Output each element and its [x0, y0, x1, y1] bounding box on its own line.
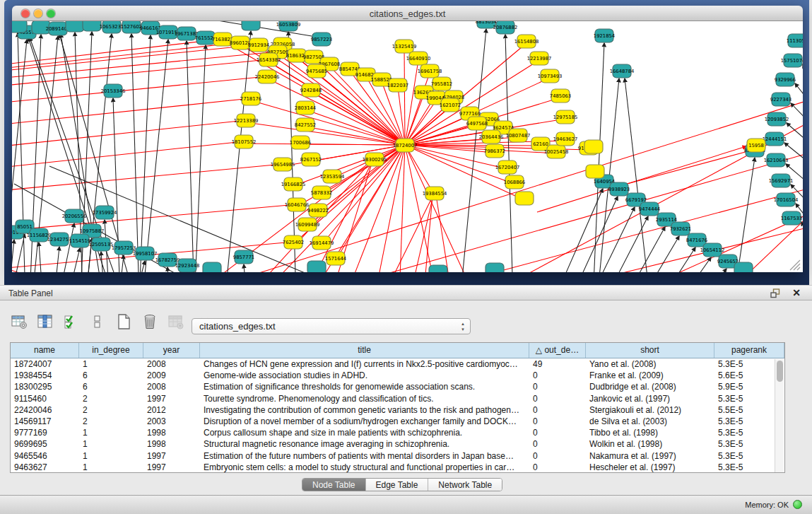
table-settings-icon[interactable]	[10, 313, 28, 331]
graph-node[interactable]: 20153346	[101, 84, 126, 98]
table-column-select-icon[interactable]	[36, 313, 54, 331]
column-header-1[interactable]: in_degree	[79, 343, 143, 358]
select-all-rows-icon[interactable]	[62, 313, 81, 331]
graph-node[interactable]: 10025458	[544, 145, 569, 158]
graph-node[interactable]: 17359924	[93, 206, 117, 219]
graph-node[interactable]: 12093852	[765, 112, 789, 126]
graph-node[interactable]: 12923448	[175, 259, 200, 272]
graph-node[interactable]: 19958107	[133, 247, 158, 260]
float-panel-icon[interactable]	[770, 288, 781, 298]
column-header-2[interactable]: year	[143, 343, 200, 358]
graph-node[interactable]: 8427552	[295, 118, 316, 132]
graph-node[interactable]: 7986372	[484, 144, 505, 158]
graph-node[interactable]: 12444151	[763, 132, 787, 146]
graph-node[interactable]	[83, 21, 101, 31]
graph-node[interactable]: 1621072	[440, 98, 461, 112]
tab-network-table[interactable]: Network Table	[428, 479, 502, 491]
column-header-3[interactable]: title	[200, 343, 529, 358]
graph-node[interactable]: 12505135	[89, 238, 114, 251]
graph-node[interactable]: 2803144	[295, 101, 316, 115]
graph-node[interactable]: 8912934	[248, 38, 269, 52]
graph-node[interactable]: 10973493	[538, 69, 563, 83]
table-row[interactable]: 977716911998Corpus callosum shape and si…	[11, 427, 784, 438]
graph-node[interactable]: 16914479	[310, 236, 334, 250]
graph-node[interactable]: 16046766	[285, 198, 310, 211]
graph-node[interactable]: 1154519	[69, 234, 90, 247]
graph-node[interactable]: 20364436	[479, 130, 504, 144]
close-panel-icon[interactable]: ✕	[792, 287, 801, 298]
column-header-4[interactable]: △ out_de…	[529, 343, 586, 358]
graph-node[interactable]: 16099489	[295, 218, 320, 231]
graph-node[interactable]: 9498222	[307, 204, 329, 217]
graph-node[interactable]: 7625402	[283, 235, 304, 249]
network-canvas[interactable]: 1405572208914061065323715276029466161107…	[12, 21, 803, 272]
graph-node[interactable]: 1113054	[787, 34, 803, 47]
graph-node[interactable]	[586, 165, 604, 178]
graph-node[interactable]: 9329966	[775, 73, 796, 86]
graph-node[interactable]: 6497568	[466, 117, 488, 130]
graph-node[interactable]: 15692971	[769, 174, 794, 187]
graph-node[interactable]: 18107552	[232, 135, 257, 148]
table-row[interactable]: 2242004622012Investigating the contribut…	[11, 404, 784, 416]
graph-node[interactable]: 16961758	[418, 64, 442, 78]
graph-node[interactable]: 22420046	[255, 70, 280, 83]
graph-node[interactable]: 2718176	[240, 92, 261, 105]
graph-node[interactable]	[12, 21, 27, 33]
graph-node[interactable]: 16543382	[257, 53, 281, 66]
graph-node[interactable]: 7955812	[431, 77, 452, 90]
graph-node[interactable]: 12342757	[47, 233, 72, 246]
graph-node[interactable]: 16640910	[406, 52, 431, 65]
graph-node[interactable]	[734, 262, 753, 272]
delete-trash-icon[interactable]	[141, 313, 159, 331]
table-row[interactable]: 911546021997Tourette syndrome. Phenomeno…	[11, 393, 784, 404]
table-row[interactable]: 1938455462009Genome-wide association stu…	[11, 370, 784, 381]
column-header-5[interactable]: short	[586, 343, 714, 358]
graph-node[interactable]: 16053809	[276, 21, 301, 31]
table-row[interactable]: 946554611997Estimation of the future num…	[11, 450, 784, 462]
graph-node[interactable]: 19654985	[271, 158, 295, 171]
window-titlebar[interactable]: citations_edges.txt	[12, 6, 803, 21]
graph-node[interactable]: 19166825	[281, 177, 306, 191]
tab-edge-table[interactable]: Edge Table	[366, 479, 429, 491]
graph-node[interactable]: 18300295	[363, 153, 387, 166]
table-scrollbar[interactable]	[775, 359, 784, 472]
table-row[interactable]: 969969511998Structural magnetic resonanc…	[11, 438, 784, 450]
graph-node[interactable]: 12213987	[527, 52, 552, 65]
graph-node[interactable]: 1167533	[781, 211, 802, 225]
graph-node[interactable]: 8267152	[300, 153, 322, 166]
graph-node[interactable]	[486, 263, 504, 272]
graph-node[interactable]	[203, 262, 221, 272]
graph-node[interactable]: 16720407	[495, 160, 520, 174]
graph-node[interactable]: 1822037	[387, 78, 408, 92]
graph-node[interactable]: 1571644	[325, 252, 346, 265]
graph-node[interactable]	[66, 21, 84, 32]
graph-node[interactable]: 10807487	[506, 129, 531, 142]
graph-node[interactable]: 7485063	[550, 89, 571, 103]
citation-network-graph[interactable]: 1405572208914061065323715276029466161107…	[12, 21, 803, 272]
canvas-resize-grip[interactable]	[790, 260, 800, 270]
graph-node[interactable]: 8938923	[608, 182, 630, 196]
graph-node[interactable]	[429, 265, 447, 272]
tab-node-table[interactable]: Node Table	[302, 479, 366, 491]
graph-node[interactable]: 1921854	[594, 29, 615, 42]
graph-node[interactable]: 1068866	[504, 175, 525, 189]
table-row[interactable]: 1872400712008Changes of HCN gene express…	[11, 358, 784, 370]
graph-node[interactable]: 7932621	[670, 222, 691, 235]
graph-node[interactable]: 15958	[747, 139, 765, 152]
graph-node[interactable]	[242, 21, 260, 30]
graph-node[interactable]: 15751074	[781, 54, 803, 67]
column-header-6[interactable]: pagerank	[714, 343, 784, 358]
graph-node[interactable]: 9857771	[233, 250, 254, 264]
graph-node[interactable]: 17016504	[774, 193, 799, 206]
graph-node[interactable]: 9474444	[639, 202, 660, 216]
clear-selection-icon[interactable]	[88, 313, 107, 331]
graph-node[interactable]: 11325419	[392, 40, 417, 53]
graph-node[interactable]: 20206556	[62, 209, 87, 223]
graph-node[interactable]: 16154808	[514, 35, 539, 48]
graph-node-hub[interactable]: 18724007	[393, 139, 418, 152]
graph-node[interactable]: 19384554	[423, 187, 447, 200]
network-window[interactable]: citations_edges.txt 14055722089140610653…	[12, 6, 803, 272]
table-row[interactable]: 1830029562008Estimation of significance …	[11, 381, 784, 392]
graph-node[interactable]: 12353594	[320, 170, 345, 183]
graph-node[interactable]: 20876882	[493, 21, 518, 34]
